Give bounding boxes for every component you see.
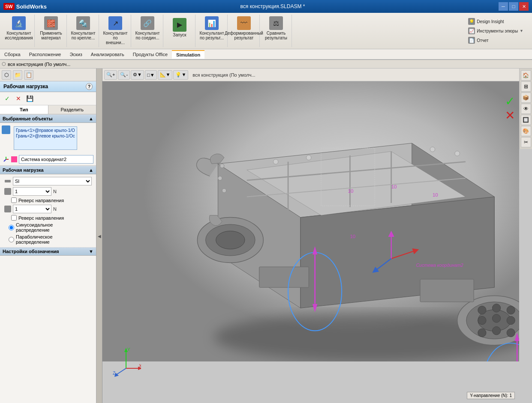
svg-point-36 — [455, 151, 460, 156]
report-button[interactable]: 📄 Отчет — [466, 36, 525, 45]
zoom-fit-button[interactable]: ⊞ — [521, 81, 531, 92]
ribbon-group-launch: ▶ Запуск — [164, 15, 195, 47]
tab-split[interactable]: Разделить — [48, 105, 96, 114]
confirm-action-button[interactable]: ✓ — [3, 94, 12, 103]
selected-objects-content: Грань<1>@правое крыло-1/О Грань<2>@левое… — [0, 123, 96, 153]
svg-point-25 — [478, 316, 486, 325]
tab-type[interactable]: Тип — [0, 105, 48, 114]
menu-simulation[interactable]: Simulation — [172, 50, 204, 59]
tabbar: ⬡ вся конструкция (По умолч... — [0, 60, 532, 69]
panel-tool-3[interactable]: 📋 — [24, 70, 33, 80]
working-load-title: Рабочая нагрузка — [3, 167, 44, 173]
reverse1-checkbox[interactable] — [11, 197, 17, 203]
view-toolbar: 🔍+ 🔍- ⚙▼ □▼ 📐▼ 💡▼ вся конструкция (По ум… — [102, 69, 532, 81]
zoom-out-button[interactable]: 🔍- — [118, 70, 130, 80]
launch-button[interactable]: ▶ Запуск — [168, 15, 192, 40]
deformed-button[interactable]: 〰 Деформированный результат — [232, 15, 256, 42]
report-label: Отчет — [477, 38, 488, 43]
load-value1-dropdown[interactable]: 1 — [13, 187, 51, 196]
parabolic-radio[interactable] — [9, 237, 14, 242]
coord-system-input[interactable]: Система координат2 — [19, 155, 93, 164]
ribbon-toolbar: 🔬 Консультант исследования 🧱 Применить м… — [0, 13, 532, 49]
menu-assembly[interactable]: Сборка — [0, 51, 25, 58]
cancel-action-button[interactable]: ✕ — [14, 94, 23, 103]
rendering-button[interactable]: 🎨 — [521, 126, 531, 136]
reverse1-label: Реверс направления — [18, 198, 64, 203]
consultant-external-button[interactable]: ↗ Консультант по внешни... — [103, 15, 127, 47]
panel-tool-1[interactable]: ⬡ — [2, 70, 11, 80]
svg-point-58 — [220, 164, 224, 168]
compare-label: Сравнить результаты — [265, 31, 287, 40]
launch-icon: ▶ — [173, 18, 186, 32]
titlebar: SW SolidWorks вся конструкция.SLDASM * ─… — [0, 0, 532, 13]
consultant-research-button[interactable]: 🔬 Консультант исследования — [7, 15, 31, 42]
svg-point-18 — [216, 231, 245, 249]
spline-tools-button[interactable]: 📈 Инструменты эпюры ▼ — [466, 27, 525, 35]
consultant-research-icon: 🔬 — [12, 16, 26, 30]
unit-dropdown[interactable]: SI — [13, 177, 92, 185]
consultant-result-button[interactable]: 📊 Консультант по результ... — [200, 15, 224, 42]
menu-layout[interactable]: Расположение — [25, 51, 66, 58]
svg-point-29 — [492, 327, 500, 335]
section-cut-button[interactable]: ✂ — [521, 137, 531, 147]
launch-label: Запуск — [173, 33, 186, 37]
menu-sketch[interactable]: Эскиз — [65, 51, 86, 58]
consultant-fastening-button[interactable]: 🔩 Консультант по крепле... — [71, 15, 95, 42]
maximize-button[interactable]: □ — [509, 2, 518, 11]
load-unit-icon — [4, 178, 11, 185]
panel-collapse-strip[interactable]: ◀ — [96, 69, 102, 403]
notation-settings-header[interactable]: Настройки обозначения ▼ — [0, 247, 96, 256]
panel-tool-2[interactable]: 📁 — [13, 70, 22, 80]
parabolic-row: Параболическое распределение — [2, 233, 94, 245]
consultant-connect-icon: 🔗 — [141, 16, 154, 30]
svg-point-56 — [218, 176, 222, 180]
reverse1-row: Реверс направления — [2, 197, 94, 204]
menubar: Сборка Расположение Эскиз Анализировать … — [0, 49, 532, 60]
design-insight-label: Design Insight — [477, 19, 504, 24]
consultant-fastening-label: Консультант по крепле... — [71, 31, 95, 40]
lighting-button[interactable]: 💡▼ — [173, 70, 188, 80]
sinusoidal-radio[interactable] — [9, 225, 14, 230]
selected-item-1: Грань<2>@левое крыло-1/Ос — [15, 133, 76, 139]
menu-products[interactable]: Продукты Office — [129, 51, 172, 58]
svg-line-65 — [116, 368, 126, 375]
ribbon-right-group: 💡 Design Insight 📈 Инструменты эпюры ▼ 📄… — [466, 17, 525, 45]
svg-text:X: X — [139, 364, 141, 368]
view-orientation-button[interactable]: 📦 — [521, 93, 531, 103]
selected-objects-header[interactable]: Выбранные объекты ▲ — [0, 114, 96, 123]
close-button[interactable]: ✕ — [519, 2, 529, 11]
view-options-button[interactable]: ⚙▼ — [131, 70, 144, 80]
selected-item-0: Грань<1>@правое крыло-1/О — [15, 128, 76, 133]
consultant-result-icon: 📊 — [205, 16, 219, 30]
apply-material-button[interactable]: 🧱 Применить материал — [39, 15, 63, 42]
hide-show-button[interactable]: 👁 — [521, 104, 531, 114]
cancel-viewport-button[interactable]: ✕ — [505, 108, 515, 122]
design-insight-button[interactable]: 💡 Design Insight — [466, 17, 525, 26]
help-button[interactable]: ? — [86, 83, 93, 90]
display-style-button[interactable]: 🔲 — [521, 115, 531, 125]
selected-objects-collapse: ▲ — [89, 116, 93, 121]
minimize-button[interactable]: ─ — [499, 2, 508, 11]
home-view-button[interactable]: 🏠 — [521, 70, 531, 81]
load-value1-row: 1 N — [2, 186, 94, 197]
svg-text:10: 10 — [350, 234, 355, 239]
svg-text:Y: Y — [127, 347, 130, 352]
view-breadcrumb: вся конструкция (По умолч... — [189, 72, 530, 78]
load-value2-dropdown[interactable]: 1 — [13, 205, 51, 213]
ribbon-group-connect: 🔗 Консультант по соедин... — [132, 15, 163, 47]
spline-tools-icon: 📈 — [468, 27, 475, 34]
zoom-in-button[interactable]: 🔍+ — [104, 70, 117, 80]
compare-button[interactable]: ⚖ Сравнить результаты — [264, 15, 288, 42]
display-mode-button[interactable]: □▼ — [145, 70, 157, 80]
compare-icon: ⚖ — [269, 16, 283, 30]
svg-text:10: 10 — [433, 192, 438, 197]
consultant-connect-button[interactable]: 🔗 Консультант по соедин... — [135, 15, 159, 42]
working-load-header[interactable]: Рабочая нагрузка ▲ — [0, 166, 96, 174]
confirm-viewport-button[interactable]: ✓ — [505, 94, 515, 108]
section-view-button[interactable]: 📐▼ — [158, 70, 173, 80]
ribbon: 🔬 Консультант исследования 🧱 Применить м… — [0, 13, 532, 60]
sw-logo: SW — [3, 3, 15, 10]
reverse2-checkbox[interactable] — [11, 215, 17, 221]
menu-analyze[interactable]: Анализировать — [87, 51, 129, 58]
save-action-button[interactable]: 💾 — [25, 94, 34, 103]
